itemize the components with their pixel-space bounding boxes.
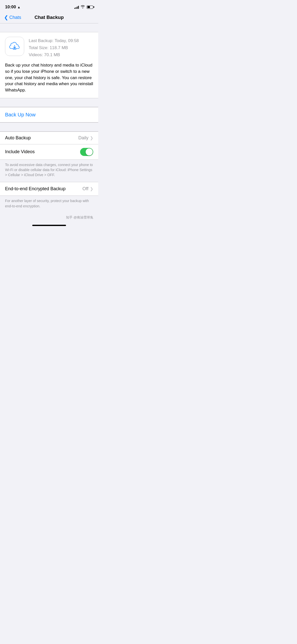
battery-icon bbox=[87, 6, 93, 9]
toggle-knob bbox=[86, 148, 93, 155]
status-icons bbox=[74, 5, 93, 9]
auto-backup-value-text: Daily bbox=[78, 135, 88, 141]
watermark: 知乎 @南油雪球兔 bbox=[0, 213, 98, 220]
include-videos-label: Include Videos bbox=[5, 149, 35, 154]
backup-info-row: Last Backup: Today, 09:58 Total Size: 11… bbox=[5, 37, 93, 58]
signal-bars-icon bbox=[74, 5, 79, 9]
back-button[interactable]: ❮ Chats bbox=[4, 15, 21, 20]
include-videos-toggle[interactable] bbox=[80, 148, 93, 156]
section-divider-mid2 bbox=[0, 122, 98, 132]
time-label: 10:00 bbox=[5, 5, 16, 10]
home-indicator-area bbox=[0, 220, 98, 229]
auto-backup-chevron-icon: ❯ bbox=[90, 136, 93, 140]
last-backup-label: Last Backup: Today, 09:58 bbox=[29, 38, 79, 44]
cloud-backup-icon bbox=[9, 41, 21, 51]
home-indicator bbox=[32, 225, 66, 226]
location-icon: ▲ bbox=[17, 5, 20, 9]
e2e-value-text: Off bbox=[82, 186, 88, 191]
back-label: Chats bbox=[9, 15, 21, 20]
e2e-note-text: For another layer of security, protect y… bbox=[5, 199, 89, 208]
watermark-text: 知乎 @南油雪球兔 bbox=[66, 215, 93, 219]
videos-size-label: Videos: 70.1 MB bbox=[29, 52, 79, 58]
cloud-icon-wrapper bbox=[5, 37, 24, 56]
back-chevron-icon: ❮ bbox=[4, 15, 8, 20]
page-title: Chat Backup bbox=[35, 15, 64, 20]
backup-now-section[interactable]: Back Up Now bbox=[0, 107, 98, 122]
nav-bar: ❮ Chats Chat Backup bbox=[0, 13, 98, 23]
backup-now-button[interactable]: Back Up Now bbox=[5, 112, 36, 117]
backup-description: Back up your chat history and media to i… bbox=[5, 62, 93, 93]
include-videos-row[interactable]: Include Videos bbox=[0, 144, 98, 159]
wifi-icon bbox=[81, 5, 85, 9]
section-divider-mid bbox=[0, 98, 98, 107]
e2e-label: End-to-end Encrypted Backup bbox=[5, 186, 82, 191]
e2e-section[interactable]: End-to-end Encrypted Backup Off ❯ bbox=[0, 182, 98, 196]
status-bar: 10:00 ▲ bbox=[0, 0, 98, 13]
e2e-footer-note: For another layer of security, protect y… bbox=[0, 196, 98, 213]
backup-details: Last Backup: Today, 09:58 Total Size: 11… bbox=[29, 37, 79, 58]
section-divider-top bbox=[0, 23, 98, 32]
total-size-label: Total Size: 118.7 MB bbox=[29, 45, 79, 51]
status-time: 10:00 ▲ bbox=[5, 5, 20, 10]
e2e-value: Off ❯ bbox=[82, 186, 93, 191]
e2e-row[interactable]: End-to-end Encrypted Backup Off ❯ bbox=[0, 182, 98, 196]
auto-backup-value: Daily ❯ bbox=[78, 135, 93, 141]
e2e-chevron-icon: ❯ bbox=[90, 186, 93, 191]
backup-info-section: Last Backup: Today, 09:58 Total Size: 11… bbox=[0, 32, 98, 98]
settings-section: Auto Backup Daily ❯ Include Videos bbox=[0, 132, 98, 160]
auto-backup-row[interactable]: Auto Backup Daily ❯ bbox=[0, 132, 98, 144]
videos-footer-note: To avoid excessive data charges, connect… bbox=[0, 160, 98, 182]
auto-backup-label: Auto Backup bbox=[5, 135, 31, 141]
videos-note-text: To avoid excessive data charges, connect… bbox=[5, 163, 93, 177]
